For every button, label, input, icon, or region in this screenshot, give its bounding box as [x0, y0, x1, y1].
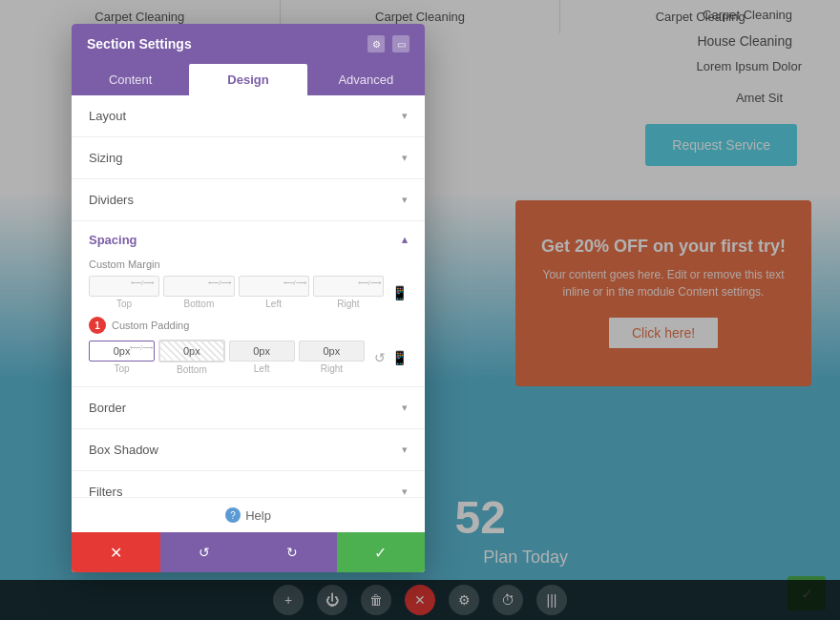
accordion-spacing: Spacing ▴ Custom Margin ⟵/⟶ Top	[72, 221, 425, 387]
modal-tabs: Content Design Advanced	[72, 64, 425, 95]
accordion-sizing-label: Sizing	[89, 151, 122, 165]
accordion-border-label: Border	[89, 401, 126, 415]
accordion-dividers-header[interactable]: Dividers ▾	[72, 179, 425, 220]
margin-left-label: Left	[265, 299, 282, 309]
chevron-down-icon: ▾	[402, 194, 408, 206]
margin-left-group: ⟵/⟶ Left	[239, 276, 309, 309]
accordion-dividers-label: Dividers	[89, 193, 134, 207]
modal-body: Layout ▾ Sizing ▾ Dividers ▾ Spacing ▴	[72, 95, 425, 497]
padding-right-group: Right	[299, 341, 365, 374]
accordion-layout: Layout ▾	[72, 95, 425, 137]
tab-content[interactable]: Content	[72, 64, 189, 95]
padding-left-group: Left	[229, 341, 295, 374]
margin-bottom-group: ⟵/⟶ Bottom	[163, 276, 234, 309]
modal-actions: ✕ ↺ ↻ ✓	[72, 532, 425, 572]
margin-top-label: Top	[116, 299, 132, 309]
accordion-layout-label: Layout	[89, 109, 126, 123]
padding-action-icons: ↺ 📱	[374, 350, 408, 365]
accordion-spacing-header[interactable]: Spacing ▴	[72, 221, 425, 258]
modal-expand-icon[interactable]: ▭	[392, 35, 410, 52]
padding-bottom-input[interactable]	[159, 341, 223, 362]
margin-right-group: ⟵/⟶ Right	[313, 276, 384, 309]
help-label: Help	[245, 508, 271, 523]
chevron-down-icon: ▾	[402, 152, 408, 164]
padding-mobile-icon[interactable]: 📱	[391, 350, 408, 365]
undo-button[interactable]: ↺	[160, 532, 249, 572]
custom-padding-label: Custom Padding	[112, 320, 189, 331]
chevron-down-icon: ▾	[402, 444, 408, 456]
custom-margin-label: Custom Margin	[89, 258, 408, 270]
padding-label-row: 1 Custom Padding	[89, 317, 408, 334]
accordion-spacing-label: Spacing	[89, 233, 137, 247]
padding-left-input[interactable]	[229, 341, 295, 362]
modal-settings-icon[interactable]: ⚙	[368, 35, 385, 52]
help-link[interactable]: ? Help	[225, 507, 271, 523]
accordion-sizing-header[interactable]: Sizing ▾	[72, 137, 425, 178]
padding-bottom-group: Bottom	[158, 340, 224, 375]
padding-row: ⟵/⟶ Top Bottom Left	[89, 340, 408, 375]
accordion-dividers: Dividers ▾	[72, 179, 425, 221]
chevron-down-icon: ▾	[402, 486, 408, 497]
margin-bottom-label: Bottom	[184, 299, 215, 309]
tab-design[interactable]: Design	[189, 64, 306, 95]
section-settings-modal: Section Settings ⚙ ▭ Content Design Adva…	[72, 24, 425, 572]
padding-right-label: Right	[321, 363, 343, 374]
chevron-up-icon: ▴	[402, 234, 408, 246]
accordion-box-shadow-label: Box Shadow	[89, 443, 158, 457]
accordion-layout-header[interactable]: Layout ▾	[72, 95, 425, 136]
accordion-sizing: Sizing ▾	[72, 137, 425, 179]
accordion-border-header[interactable]: Border ▾	[72, 387, 425, 428]
badge-1: 1	[89, 317, 106, 334]
margin-right-label: Right	[337, 299, 359, 309]
chevron-down-icon: ▾	[402, 110, 408, 122]
spacing-content: Custom Margin ⟵/⟶ Top ⟵/⟶	[72, 258, 425, 386]
help-icon: ?	[225, 507, 241, 523]
redo-button[interactable]: ↻	[248, 532, 337, 572]
cancel-button[interactable]: ✕	[72, 532, 160, 572]
accordion-box-shadow: Box Shadow ▾	[72, 429, 425, 471]
modal-title: Section Settings	[87, 36, 192, 52]
chevron-down-icon: ▾	[402, 402, 408, 414]
padding-right-input[interactable]	[299, 341, 365, 362]
margin-top-group: ⟵/⟶ Top	[89, 276, 159, 309]
save-button[interactable]: ✓	[337, 532, 426, 572]
padding-bottom-label: Bottom	[177, 364, 207, 375]
tab-advanced[interactable]: Advanced	[307, 64, 425, 95]
padding-top-label: Top	[115, 363, 130, 374]
margin-row: ⟵/⟶ Top ⟵/⟶ Bottom ⟵/⟶	[89, 276, 408, 309]
padding-top-group: ⟵/⟶ Top	[89, 341, 155, 374]
accordion-filters-label: Filters	[89, 485, 122, 497]
accordion-filters: Filters ▾	[72, 471, 425, 497]
padding-left-label: Left	[254, 363, 270, 374]
modal-header-icons: ⚙ ▭	[368, 35, 410, 52]
accordion-box-shadow-header[interactable]: Box Shadow ▾	[72, 429, 425, 470]
modal-footer: ? Help	[72, 497, 425, 532]
accordion-filters-header[interactable]: Filters ▾	[72, 471, 425, 497]
mobile-margin-icon[interactable]: 📱	[391, 285, 408, 300]
padding-reset-icon[interactable]: ↺	[374, 350, 386, 365]
accordion-border: Border ▾	[72, 387, 425, 429]
modal-header: Section Settings ⚙ ▭	[72, 24, 425, 64]
